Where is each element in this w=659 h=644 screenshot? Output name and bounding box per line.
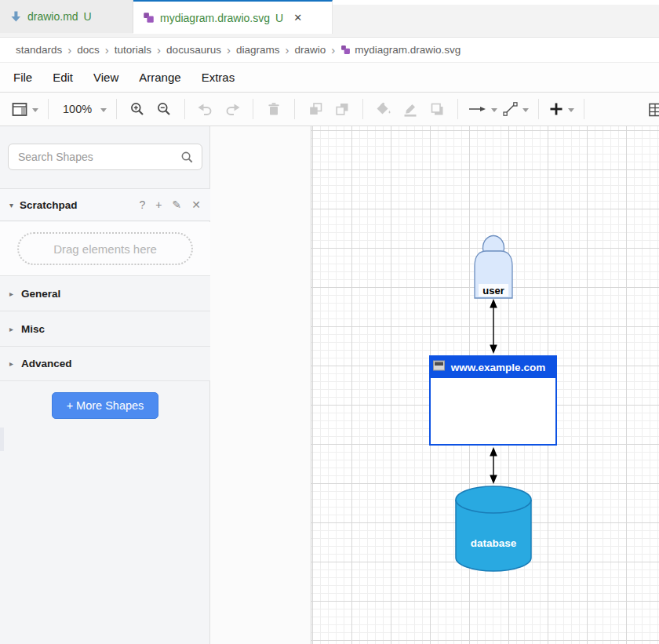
toggle-format-panel-button[interactable] xyxy=(9,97,41,121)
to-back-icon xyxy=(334,101,351,117)
fill-color-icon xyxy=(375,101,392,117)
connection-arrow-button[interactable] xyxy=(465,97,500,121)
insert-button[interactable] xyxy=(546,97,577,121)
delete-button[interactable] xyxy=(260,97,287,121)
zoom-out-icon xyxy=(156,101,172,117)
chevron-down-icon xyxy=(568,108,574,112)
diagram-svg: user www.example.com xyxy=(311,126,659,644)
scratchpad-add-icon[interactable]: + xyxy=(155,198,162,211)
breadcrumb-separator: › xyxy=(331,43,335,56)
to-front-icon xyxy=(308,101,324,117)
breadcrumb-separator: › xyxy=(227,43,231,56)
toolbar-separator xyxy=(184,99,185,119)
breadcrumb-separator: › xyxy=(105,43,109,56)
node-user-label: user xyxy=(482,285,504,297)
scratchpad-header[interactable]: ▾ Scratchpad ? + ✎ ✕ xyxy=(0,188,210,221)
breadcrumb-item[interactable]: docusaurus xyxy=(166,44,221,56)
scratchpad-close-icon[interactable]: ✕ xyxy=(191,198,201,211)
canvas-offpage-background[interactable] xyxy=(210,126,311,644)
edge-webserver-database[interactable] xyxy=(490,447,497,484)
sidebar-scrollbar[interactable] xyxy=(0,428,4,451)
tab-label: mydiagram.drawio.svg xyxy=(160,12,270,24)
scratchpad-body: Drag elements here xyxy=(0,222,210,275)
node-database-label: database xyxy=(471,537,517,549)
sidebar-section-general[interactable]: ▸ General xyxy=(0,275,210,311)
toolbar-separator xyxy=(362,99,363,119)
search-shapes-input[interactable] xyxy=(18,151,180,163)
table-icon xyxy=(649,102,659,118)
node-database-cylinder[interactable]: database xyxy=(456,486,531,571)
toolbar-separator xyxy=(457,99,458,119)
chevron-down-icon xyxy=(522,108,529,112)
zoom-level-button[interactable]: 100% xyxy=(56,97,109,121)
breadcrumb-separator: › xyxy=(157,43,161,56)
node-user-actor[interactable]: user xyxy=(475,236,512,299)
menu-extras[interactable]: Extras xyxy=(191,71,246,84)
breadcrumb-file-label: mydiagram.drawio.svg xyxy=(355,44,461,56)
fill-color-button[interactable] xyxy=(370,97,397,121)
drawio-menubar: File Edit View Arrange Extras xyxy=(0,63,659,92)
drawio-file-icon xyxy=(340,45,351,55)
shapes-sidebar: ▾ Scratchpad ? + ✎ ✕ Drag elements here … xyxy=(0,126,210,644)
chevron-right-icon: ▸ xyxy=(9,289,13,298)
menu-view[interactable]: View xyxy=(83,71,129,84)
section-label: General xyxy=(21,288,60,300)
zoom-out-button[interactable] xyxy=(151,97,177,121)
section-label: Misc xyxy=(21,323,45,335)
search-icon[interactable] xyxy=(180,151,194,164)
breadcrumb-item[interactable]: standards xyxy=(16,44,62,56)
zoom-level-value: 100% xyxy=(58,103,96,115)
breadcrumb-item[interactable]: docs xyxy=(77,44,100,56)
trash-icon xyxy=(266,101,282,117)
scratchpad-edit-icon[interactable]: ✎ xyxy=(173,198,182,211)
shadow-icon xyxy=(429,101,446,117)
drag-hint-label: Drag elements here xyxy=(53,242,157,256)
zoom-in-button[interactable] xyxy=(124,97,151,121)
more-shapes-button[interactable]: + More Shapes xyxy=(52,392,158,419)
more-shapes-label: + More Shapes xyxy=(67,399,144,412)
sidebar-section-advanced[interactable]: ▸ Advanced xyxy=(0,346,210,381)
section-label: Advanced xyxy=(21,358,72,369)
menu-arrange[interactable]: Arrange xyxy=(129,71,191,84)
close-tab-icon[interactable]: ✕ xyxy=(293,12,302,24)
to-front-button[interactable] xyxy=(302,97,329,121)
zoom-in-icon xyxy=(129,101,145,117)
editor-tab-bar: drawio.md U mydiagram.drawio.svg U ✕ xyxy=(0,0,659,38)
toolbar-separator xyxy=(253,99,253,119)
chevron-down-icon xyxy=(100,108,107,112)
connection-line-button[interactable] xyxy=(500,97,531,121)
git-status-badge: U xyxy=(275,12,283,24)
tab-mydiagram-drawio-svg[interactable]: mydiagram.drawio.svg U ✕ xyxy=(133,0,333,34)
menu-edit[interactable]: Edit xyxy=(42,71,83,84)
toolbar-separator xyxy=(48,99,49,119)
toolbar-separator xyxy=(584,99,584,119)
node-browser-label: www.example.com xyxy=(450,362,545,373)
tab-drawio-md[interactable]: drawio.md U xyxy=(0,0,133,33)
breadcrumb-file[interactable]: mydiagram.drawio.svg xyxy=(340,44,461,56)
sidebar-section-misc[interactable]: ▸ Misc xyxy=(0,311,210,346)
tab-label: drawio.md xyxy=(27,10,78,23)
browser-window-icon xyxy=(434,361,445,370)
line-color-icon xyxy=(402,101,419,117)
redo-button[interactable] xyxy=(219,97,246,121)
line-color-button[interactable] xyxy=(397,97,424,121)
shadow-button[interactable] xyxy=(424,97,450,121)
diagram-page[interactable]: user www.example.com xyxy=(311,126,659,644)
chevron-down-icon xyxy=(491,108,497,112)
connection-arrow-icon xyxy=(468,101,487,117)
to-back-button[interactable] xyxy=(329,97,355,121)
node-browser-window[interactable]: www.example.com xyxy=(430,356,556,445)
scratchpad-title: Scratchpad xyxy=(20,199,78,211)
connection-line-icon xyxy=(502,101,519,117)
breadcrumb-item[interactable]: diagrams xyxy=(236,44,280,56)
scratchpad-drop-zone[interactable]: Drag elements here xyxy=(17,232,193,265)
edge-user-webserver[interactable] xyxy=(490,299,497,354)
breadcrumb-item[interactable]: tutorials xyxy=(115,44,151,56)
menu-file[interactable]: File xyxy=(3,71,42,84)
table-button[interactable] xyxy=(649,93,659,127)
breadcrumb-item[interactable]: drawio xyxy=(294,44,326,56)
git-status-badge: U xyxy=(84,10,92,23)
chevron-down-icon xyxy=(32,108,38,112)
scratchpad-help-icon[interactable]: ? xyxy=(140,198,146,211)
undo-button[interactable] xyxy=(192,97,219,121)
